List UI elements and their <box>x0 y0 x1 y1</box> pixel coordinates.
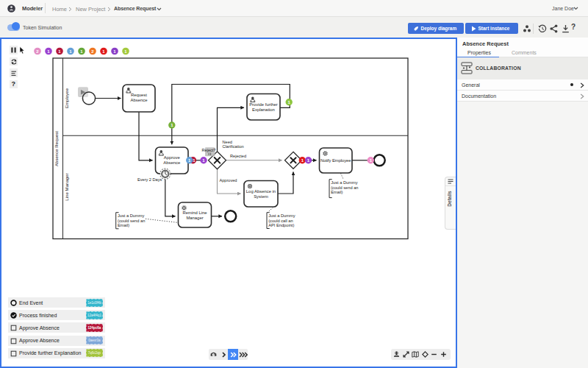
svg-text:Just a Dummy: Just a Dummy <box>268 213 295 218</box>
svg-text:Line Manager: Line Manager <box>64 173 69 200</box>
svg-text:Absence Request: Absence Request <box>54 131 59 166</box>
svg-text:(could call an: (could call an <box>268 219 293 223</box>
svg-text:Log Absence in: Log Absence in <box>246 189 276 194</box>
svg-text:Remind Line: Remind Line <box>182 210 207 215</box>
svg-text:Manager: Manager <box>186 216 203 220</box>
svg-text:(could send an: (could send an <box>331 185 358 190</box>
svg-text:Just a Dummy: Just a Dummy <box>331 180 358 185</box>
svg-text:Clarification: Clarification <box>223 144 244 149</box>
svg-text:API Endpoint): API Endpoint) <box>268 223 294 227</box>
svg-text:Absence: Absence <box>131 98 148 102</box>
svg-text:Email): Email) <box>118 223 129 227</box>
svg-text:Explanation: Explanation <box>252 107 275 112</box>
svg-text:System: System <box>254 194 268 199</box>
svg-text:Provide further: Provide further <box>249 102 278 107</box>
svg-text:Rejected: Rejected <box>230 154 246 158</box>
svg-text:Email): Email) <box>331 190 343 194</box>
svg-text:Need: Need <box>223 140 232 144</box>
svg-text:Employee: Employee <box>64 88 69 108</box>
svg-text:Every 2 Days: Every 2 Days <box>137 177 162 182</box>
svg-text:Absence: Absence <box>163 160 181 165</box>
svg-text:Approve: Approve <box>164 155 181 160</box>
svg-text:Just a Dummy: Just a Dummy <box>118 213 145 218</box>
svg-text:Approved: Approved <box>220 178 237 183</box>
svg-text:Request: Request <box>131 93 147 97</box>
svg-text:Notify Employee: Notify Employee <box>320 158 351 163</box>
svg-text:(could send an: (could send an <box>118 219 145 223</box>
svg-text:Reject?: Reject? <box>202 148 216 152</box>
